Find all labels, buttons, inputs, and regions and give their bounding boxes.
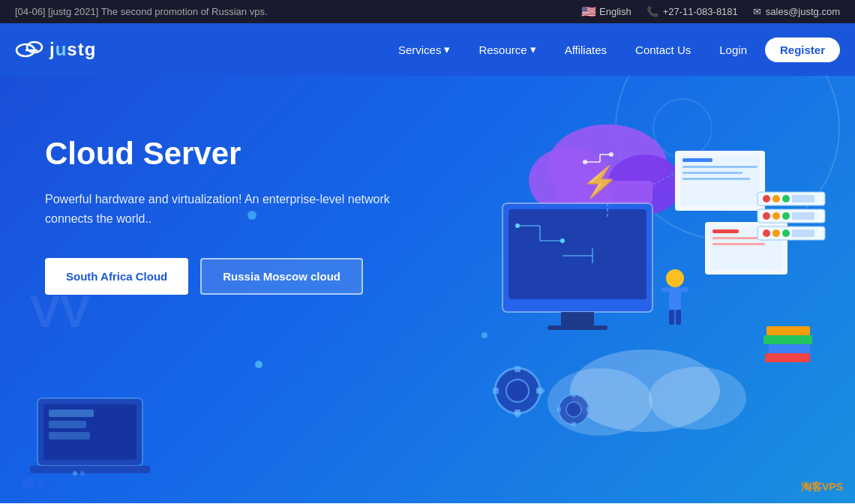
svg-rect-28 <box>682 172 742 174</box>
flag-icon: 🇺🇸 <box>581 4 596 19</box>
hero-section: VV Cloud Server Powerful hardware and vi… <box>0 76 855 503</box>
svg-rect-66 <box>556 407 561 412</box>
svg-rect-27 <box>682 166 758 168</box>
svg-point-36 <box>763 195 770 202</box>
svg-point-21 <box>560 238 565 243</box>
nav-services[interactable]: Services ▾ <box>388 37 461 62</box>
svg-rect-84 <box>30 466 150 473</box>
language-label: English <box>599 6 632 17</box>
svg-point-47 <box>772 230 780 237</box>
hero-title: Cloud Server <box>45 136 390 172</box>
svg-point-10 <box>583 160 587 164</box>
svg-point-85 <box>73 471 77 476</box>
svg-rect-87 <box>22 477 34 488</box>
svg-rect-25 <box>680 156 760 206</box>
phone-icon: 📞 <box>646 6 658 17</box>
svg-rect-73 <box>765 353 810 362</box>
svg-rect-69 <box>669 310 674 325</box>
chevron-down-icon: ▾ <box>444 43 450 56</box>
svg-rect-32 <box>712 230 739 233</box>
svg-rect-44 <box>792 212 814 220</box>
svg-rect-16 <box>548 326 608 330</box>
svg-point-46 <box>763 230 770 237</box>
russia-moscow-cloud-button[interactable]: Russia Moscow cloud <box>200 258 363 295</box>
svg-point-20 <box>515 224 520 228</box>
email-address: sales@justg.com <box>766 6 840 17</box>
svg-rect-64 <box>572 422 576 427</box>
svg-point-62 <box>566 402 581 417</box>
nav-contact[interactable]: Contact Us <box>625 38 701 62</box>
svg-rect-39 <box>792 195 814 202</box>
email-contact: ✉ sales@justg.com <box>753 6 840 17</box>
svg-point-52 <box>649 367 746 430</box>
svg-point-48 <box>782 230 790 237</box>
svg-rect-82 <box>49 421 86 428</box>
svg-rect-89 <box>26 492 32 498</box>
svg-point-54 <box>506 380 529 402</box>
svg-rect-49 <box>792 230 814 237</box>
svg-rect-71 <box>662 287 669 292</box>
svg-point-41 <box>763 212 770 220</box>
hero-illustration: ⚡ <box>442 76 855 466</box>
bottom-laptop <box>22 391 172 503</box>
nav-login[interactable]: Login <box>709 38 758 62</box>
svg-rect-15 <box>561 312 594 326</box>
top-bar: [04-06] [justg 2021] The second promotio… <box>0 0 855 23</box>
contact-link[interactable]: Contact Us <box>625 38 701 62</box>
svg-rect-58 <box>493 388 499 394</box>
nav-affiliates[interactable]: Affiliates <box>554 38 617 62</box>
svg-rect-81 <box>49 410 94 417</box>
services-link[interactable]: Services ▾ <box>388 37 461 62</box>
svg-rect-70 <box>676 310 681 325</box>
hero-buttons: South Africa Cloud Russia Moscow cloud <box>45 258 390 295</box>
hero-content: Cloud Server Powerful hardware and virtu… <box>45 121 390 295</box>
svg-point-38 <box>782 195 790 202</box>
logo-text: justg <box>50 39 96 60</box>
resource-link[interactable]: Resource ▾ <box>468 37 546 62</box>
hero-subtitle: Powerful hardware and virtualization! An… <box>45 190 390 228</box>
nav-register[interactable]: Register <box>765 38 840 62</box>
phone-number: +27-11-083-8181 <box>663 6 738 17</box>
announcement: [04-06] [justg 2021] The second promotio… <box>15 6 268 17</box>
svg-rect-65 <box>586 407 591 412</box>
register-button[interactable]: Register <box>765 38 840 62</box>
south-africa-cloud-button[interactable]: South Africa Cloud <box>45 258 188 295</box>
svg-rect-34 <box>712 243 765 245</box>
svg-rect-63 <box>572 392 576 397</box>
nav-resource[interactable]: Resource ▾ <box>468 37 546 62</box>
svg-rect-14 <box>508 209 646 299</box>
navbar: justg Services ▾ Resource ▾ Affiliates C… <box>0 23 855 76</box>
watermark: 淘客VPS <box>801 481 843 494</box>
svg-rect-74 <box>769 344 810 353</box>
svg-rect-68 <box>669 287 681 310</box>
svg-text:⚡: ⚡ <box>581 164 619 200</box>
logo[interactable]: justg <box>15 34 96 65</box>
svg-rect-75 <box>764 335 812 344</box>
svg-rect-83 <box>49 432 90 440</box>
language-selector[interactable]: 🇺🇸 English <box>581 4 632 19</box>
svg-rect-29 <box>682 178 750 180</box>
affiliates-link[interactable]: Affiliates <box>554 38 617 62</box>
svg-rect-88 <box>38 481 45 488</box>
svg-rect-72 <box>681 287 688 292</box>
chevron-down-icon-2: ▾ <box>530 43 536 56</box>
svg-point-86 <box>80 471 85 476</box>
svg-rect-76 <box>766 326 810 335</box>
top-bar-right: 🇺🇸 English 📞 +27-11-083-8181 ✉ sales@jus… <box>581 4 840 19</box>
svg-rect-55 <box>514 366 520 372</box>
svg-point-42 <box>772 212 780 220</box>
dot-2 <box>255 361 262 368</box>
svg-point-43 <box>782 212 790 220</box>
svg-rect-26 <box>682 158 712 162</box>
email-icon: ✉ <box>753 6 761 17</box>
phone-contact: 📞 +27-11-083-8181 <box>646 6 738 17</box>
nav-links: Services ▾ Resource ▾ Affiliates Contact… <box>388 37 840 62</box>
svg-point-37 <box>772 195 780 202</box>
svg-point-67 <box>666 269 684 287</box>
login-link[interactable]: Login <box>709 38 758 62</box>
